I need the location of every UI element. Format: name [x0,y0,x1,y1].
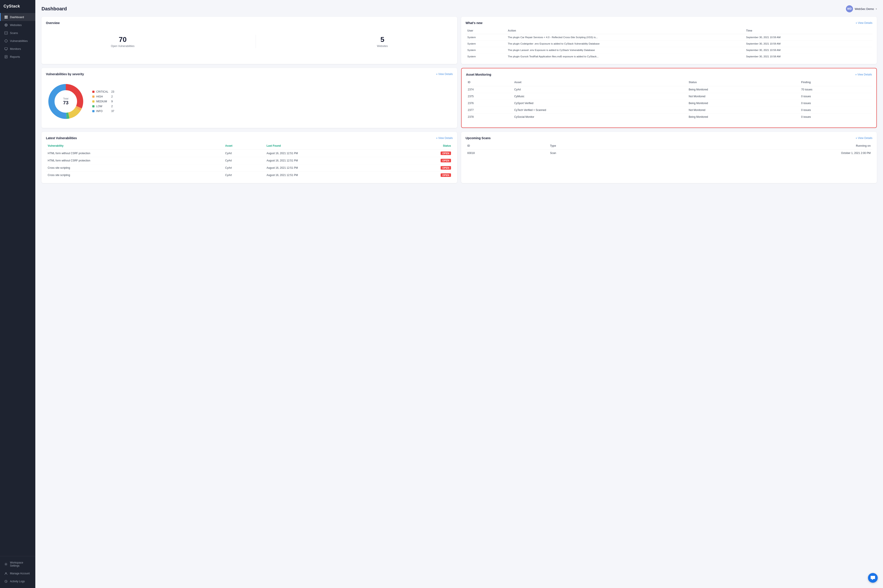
legend-name: LOW [96,105,110,108]
am-asset: CySport Verified [512,100,687,107]
sidebar-item-manage-account[interactable]: Manage Account [0,570,35,578]
am-id: 2374 [466,86,512,93]
lv-vuln: Cross site scripting [46,164,223,172]
sidebar-item-reports[interactable]: Reports [0,53,35,61]
wn-col-user: User [466,28,506,34]
legend-dot [92,91,95,93]
latest-vuln-header: Latest Vulnerabilities » View Details [46,136,453,140]
table-row: Cross site scripting CyArt August 16, 20… [46,172,453,179]
dashboard-grid: Overview 70 Open Vulnerabilities 5 Websi… [42,17,877,183]
vuln-severity-view-details[interactable]: » View Details [436,73,453,76]
sidebar-item-dashboard[interactable]: Dashboard [0,13,35,21]
sidebar-item-monitors[interactable]: Monitors [0,45,35,53]
table-row: 2375 CyMusic Not Monitored 0 issues [466,93,872,100]
websites-label: Websites [377,45,388,48]
am-col-finding: Finding [799,80,872,86]
am-status: Being Monitored [687,100,799,107]
latest-vuln-title: Latest Vulnerabilities [46,136,77,140]
am-finding: 70 issues [799,86,872,93]
am-status: Not Monitored [687,107,799,114]
whats-new-view-details[interactable]: » View Details [856,21,872,24]
legend-item: INFO 37 [92,110,114,113]
legend-value: 23 [111,90,114,93]
legend-name: HIGH [96,95,110,98]
whats-new-card: What's new » View Details User Action Ti… [461,17,877,64]
whats-new-body: System The plugin Car Repair Services < … [466,34,872,60]
lv-asset: CyArt [223,172,265,179]
user-badge[interactable]: WD WebSec Demo ▾ [846,5,877,12]
am-finding: 0 issues [799,114,872,120]
am-col-asset: Asset [512,80,687,86]
vuln-severity-title: Vulnerabilities by severity [46,72,84,76]
lv-vuln: HTML form without CSRF protection [46,157,223,164]
am-status: Not Monitored [687,93,799,100]
legend-value: 2 [111,105,113,108]
wn-col-time: Time [745,28,872,34]
am-id: 2376 [466,100,512,107]
activity-logs-icon [4,580,8,583]
chat-bubble[interactable] [868,573,878,583]
wn-time: September 30, 2021 10:59 AM [745,34,872,40]
upcoming-scans-body: 83018 Scan October 1, 2021 2:00 PM [466,150,872,157]
wn-col-action: Action [506,28,744,34]
upcoming-scans-view-details[interactable]: » View Details [856,136,872,140]
latest-vuln-view-details[interactable]: » View Details [436,136,453,140]
app-logo: CyStack [0,0,35,12]
donut-chart: Total 73 [46,82,86,121]
lv-vuln: HTML form without CSRF protection [46,150,223,157]
main-content: Dashboard WD WebSec Demo ▾ Overview 70 O… [35,0,883,588]
activity-logs-label: Activity Logs [10,580,25,583]
am-status: Being Monitored [687,114,799,120]
whats-new-title: What's new [466,21,482,25]
lv-vuln: Cross site scripting [46,172,223,179]
legend-value: 9 [111,100,113,103]
stat-divider [256,35,256,48]
asset-monitoring-card: Asset Monitoring » View Details ID Asset… [461,68,877,128]
lv-asset: CyArt [223,150,265,157]
chart-section: Total 73 CRITICAL 23 HIGH 2 MEDIUM 9 LOW… [46,80,453,123]
lv-col-asset: Asset [223,143,265,150]
lv-last-found: August 16, 2021 12:51 PM [265,164,399,172]
websites-stat: 5 Websites [377,36,388,48]
table-row: HTML form without CSRF protection CyArt … [46,157,453,164]
asset-monitoring-view-details[interactable]: » View Details [855,73,872,76]
sidebar-item-scans[interactable]: Scans [0,29,35,37]
overview-stats: 70 Open Vulnerabilities 5 Websites [46,28,453,55]
sidebar-item-activity-logs[interactable]: Activity Logs [0,578,35,585]
us-id: 83018 [466,150,548,157]
am-id: 2375 [466,93,512,100]
websites-number: 5 [377,36,388,44]
lv-last-found: August 16, 2021 12:51 PM [265,150,399,157]
legend-dot [92,110,95,112]
user-dropdown-icon: ▾ [876,8,877,10]
asset-monitoring-title: Asset Monitoring [466,73,491,76]
asset-monitoring-header: Asset Monitoring » View Details [466,73,872,76]
scans-icon [4,31,8,34]
lv-asset: CyArt [223,164,265,172]
wn-time: September 30, 2021 10:59 AM [745,40,872,47]
am-asset: CySocial Monitor [512,114,687,120]
sidebar-item-workspace-settings[interactable]: Workspace Settings [0,559,35,570]
user-name: WebSec Demo [855,7,874,10]
wn-time: September 30, 2021 10:58 AM [745,53,872,60]
upcoming-scans-title: Upcoming Scans [466,136,491,140]
sidebar-item-vulnerabilities[interactable]: Vulnerabilities [0,37,35,45]
svg-rect-2 [5,17,6,18]
table-row: System The plugin Gurock TestRail Applic… [466,53,872,60]
sidebar-bottom: Workspace Settings Manage Account Activi… [0,556,35,588]
table-row: System The plugin Car Repair Services < … [466,34,872,40]
open-vulnerabilities-number: 70 [111,36,134,44]
sidebar-label-websites: Websites [10,23,22,27]
sidebar-item-websites[interactable]: Websites [0,21,35,29]
am-col-status: Status [687,80,799,86]
am-asset: CyTech Verified + Scanned [512,107,687,114]
legend-value: 37 [111,110,114,113]
websites-icon [4,23,8,27]
workspace-settings-label: Workspace Settings [10,561,32,567]
vuln-severity-header: Vulnerabilities by severity » View Detai… [46,72,453,76]
sidebar-label-reports: Reports [10,55,20,58]
overview-title: Overview [46,21,60,25]
legend-name: MEDIUM [96,100,110,103]
am-id: 2378 [466,114,512,120]
legend-dot [92,100,95,102]
